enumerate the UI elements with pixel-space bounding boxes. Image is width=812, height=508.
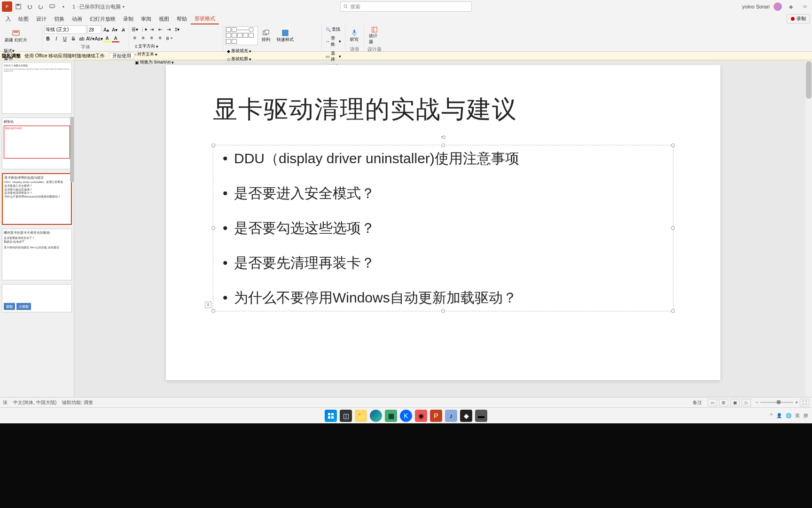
tab-help[interactable]: 帮助 [173,13,191,24]
underline-button[interactable]: U [61,35,69,42]
canvas-scrollbar-thumb[interactable] [806,61,812,99]
text-direction-button[interactable]: ‡ 文字方向▾ [133,42,176,50]
ime-lang[interactable]: 英 [795,413,800,419]
handle-tc[interactable] [441,143,445,147]
increase-indent-icon[interactable]: ⇥ [165,25,172,33]
handle-tl[interactable] [211,143,215,147]
slide-title[interactable]: 显卡驱动清理的实战与建议 [213,93,673,126]
bullet-5[interactable]: 为什么不要停用Windows自动更新加载驱动？ [223,289,664,306]
start-button[interactable] [325,410,337,422]
handle-bl[interactable] [211,309,215,313]
taskview-icon[interactable]: ◫ [340,410,352,422]
info-bar-button[interactable]: 开始使用 [109,53,134,59]
app5-icon[interactable]: ♪ [445,410,457,422]
app2-icon[interactable]: K [400,410,412,422]
thumbnail-slide-4[interactable]: 哪些显卡的显卡不推荐去卸驱动 是否要重新系统登录下？ 我建议/也考虑下 显卡驱动… [2,229,72,280]
handle-bc[interactable] [441,309,445,313]
status-accessibility[interactable]: 辅助功能: 调查 [62,399,93,406]
tab-review[interactable]: 审阅 [137,13,155,24]
tab-transitions[interactable]: 切换 [50,13,68,24]
shapes-gallery[interactable] [225,26,258,45]
avatar[interactable] [773,2,782,11]
redo-icon[interactable] [36,1,46,12]
slide-canvas[interactable]: 显卡驱动清理的实战与建议 ⟲ ⇕ DDU（display driver unin… [166,65,720,380]
tab-slideshow[interactable]: 幻灯片放映 [86,13,119,24]
view-normal-icon[interactable]: ▭ [708,399,717,406]
view-sorter-icon[interactable]: ⊞ [719,399,728,406]
save-icon[interactable] [13,1,23,12]
bullets-icon[interactable]: ☰▾ [131,25,139,33]
zoom-slider[interactable] [760,402,793,403]
explorer-icon[interactable]: 📁 [355,410,367,422]
thumbnail-slide-2[interactable]: 解驱动 预览红色框文本内容 [2,118,72,169]
view-reading-icon[interactable]: ▣ [730,399,740,406]
bullet-4[interactable]: 是否要先清理再装卡？ [223,254,664,271]
line-spacing-icon[interactable]: ‡▾ [173,25,181,33]
app6-icon[interactable]: ◆ [460,410,472,422]
qat-more-icon[interactable]: ▾ [58,1,69,12]
new-slide-button[interactable]: 新建 幻灯片 [2,25,30,46]
align-text-button[interactable]: ▫ 对齐文本▾ [133,50,176,58]
highlight-icon[interactable]: A [103,35,111,42]
view-slideshow-icon[interactable]: ▷ [742,399,751,406]
collapse-icon[interactable]: ⇕ [205,302,211,308]
doc-title-chevron-icon[interactable]: ▾ [123,5,125,9]
app1-icon[interactable]: ▦ [385,410,397,422]
quick-styles-button[interactable]: 快速样式 [274,25,297,46]
decrease-indent-icon[interactable]: ⇤ [156,25,164,33]
powerpoint-icon[interactable]: P [430,410,442,422]
tab-view[interactable]: 视图 [155,13,173,24]
font-size-select[interactable] [87,25,102,34]
zoom-out-icon[interactable]: − [756,400,758,405]
thumbnail-slide-1[interactable]: 幻灯片 1 标题文本预览 Lorem ipsum mini preview te… [2,62,72,114]
premium-icon[interactable]: ◆ [786,1,796,12]
present-icon[interactable] [47,1,57,12]
numbering-icon[interactable]: ⋮▾ [140,25,147,33]
tray-chevron-icon[interactable]: ^ [770,413,773,418]
dictate-button[interactable]: 听写 [347,25,361,46]
bold-button[interactable]: B [44,35,52,42]
bullet-3[interactable]: 是否要勾选这些选项？ [223,220,664,237]
columns-icon[interactable]: ⫼▾ [165,34,172,41]
thumbs-scrollbar[interactable] [70,117,74,183]
tab-animations[interactable]: 动画 [68,13,86,24]
tab-shape-format[interactable]: 形状格式 [191,13,219,24]
tab-design[interactable]: 设计 [32,13,50,24]
case-button[interactable]: Aa▾ [95,35,102,42]
shadow-button[interactable]: ab [78,35,86,42]
font-color-icon[interactable]: A [112,35,119,42]
arrange-button[interactable]: 排列 [259,25,273,46]
handle-mr[interactable] [671,226,675,230]
shape-fill-button[interactable]: ◆ 形状填充▾ [225,47,254,55]
status-language[interactable]: 中文(简体, 中国大陆) [13,399,56,406]
tab-draw[interactable]: 绘图 [15,13,32,24]
replace-button[interactable]: ↔ 替换▾ [324,34,343,48]
tab-record[interactable]: 录制 [119,13,137,24]
record-button[interactable]: 录制 [787,14,810,24]
handle-br[interactable] [671,309,675,313]
thumbnail-slide-3[interactable]: 显卡驱动清理的实战与建议 DDU（display driver uninstal… [2,173,72,225]
ime-mode[interactable]: 拼 [804,413,808,419]
handle-tr[interactable] [671,143,675,147]
clear-format-icon[interactable]: A̷ [119,26,127,33]
thumbnail-slide-5[interactable]: 旗舰 次旗舰 [2,284,72,312]
zoom-in-icon[interactable]: + [795,400,798,405]
tab-insert[interactable]: 入 [2,13,15,24]
help-icon[interactable] [800,1,810,12]
designer-button[interactable]: 设计器 [366,25,383,46]
bullet-1[interactable]: DDU（display driver uninstaller)使用注意事项 [223,150,664,167]
align-right-icon[interactable]: ≡ [148,34,156,41]
justify-icon[interactable]: ≡ [156,34,164,41]
align-left-icon[interactable]: ≡ [131,34,139,41]
undo-icon[interactable] [24,1,35,12]
spacing-button[interactable]: AV▾ [86,35,94,42]
app7-icon[interactable]: ▬ [475,410,487,422]
align-center-icon[interactable]: ≡ [140,34,147,41]
strikethrough-button[interactable]: S [70,35,77,42]
find-button[interactable]: 🔍 查找 [324,25,342,33]
rotate-handle-icon[interactable]: ⟲ [441,134,445,141]
tray-network-icon[interactable]: 🌐 [786,413,791,418]
list-level-icon[interactable]: ⇥ [148,25,156,33]
decrease-font-icon[interactable]: A▾ [111,26,118,33]
increase-font-icon[interactable]: A▴ [102,26,110,33]
